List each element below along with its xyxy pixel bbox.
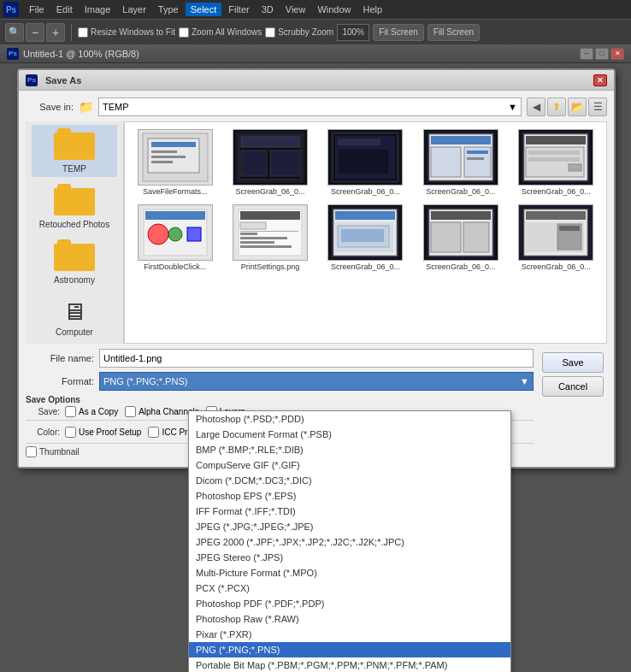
view-options-button[interactable]: ☰ (588, 97, 607, 116)
format-option-psd[interactable]: Photoshop (*.PSD;*.PDD) (189, 411, 510, 427)
format-option-png[interactable]: PNG (*.PNG;*.PNS) (189, 642, 510, 657)
svg-rect-53 (431, 211, 491, 220)
format-option-psb[interactable]: Large Document Format (*.PSB) (189, 427, 510, 442)
thumbnail-checkbox[interactable] (26, 446, 37, 457)
up-button[interactable]: ⬆ (547, 97, 566, 116)
zoom-tool-icon[interactable]: 🔍 (5, 23, 24, 42)
resize-windows-label[interactable]: Resize Windows to Fit (78, 27, 175, 38)
list-item[interactable]: ScreenGrab_06_0... (223, 126, 316, 199)
save-in-path: TEMP (103, 102, 129, 112)
sidebar-item-computer[interactable]: 🖥 Computer (32, 292, 117, 340)
thumb-svg (522, 132, 590, 183)
format-dropdown-arrow: ▼ (520, 376, 529, 386)
maximize-button[interactable]: □ (595, 48, 609, 60)
list-item[interactable]: ScreenGrab_06_0... (414, 201, 507, 274)
list-item[interactable]: ScreenGrab_06_0... (319, 201, 412, 274)
retouched-folder-icon (54, 184, 95, 218)
list-item[interactable]: ScreenGrab_06_0... (319, 126, 412, 199)
svg-rect-29 (569, 164, 581, 171)
format-option-mpo[interactable]: Multi-Picture Format (*.MPO) (189, 565, 510, 581)
sidebar-item-retouched[interactable]: Retouched Photos (32, 180, 117, 233)
menu-file[interactable]: File (24, 3, 50, 16)
list-item[interactable]: FirstDoubleClick... (128, 201, 221, 274)
thumb-svg (522, 207, 590, 258)
folder-icon: 📁 (79, 100, 93, 114)
list-item[interactable]: PrintSettings.png (223, 201, 316, 274)
file-name: PrintSettings.png (241, 262, 300, 271)
fill-screen-button[interactable]: Fill Screen (428, 24, 480, 41)
as-copy-checkbox-label[interactable]: As a Copy (65, 406, 118, 417)
file-name: ScreenGrab_06_0... (426, 187, 495, 196)
proof-setup-label[interactable]: Use Proof Setup (65, 423, 141, 440)
format-option-bmp[interactable]: BMP (*.BMP;*.RLE;*.DIB) (189, 442, 510, 457)
minimize-button[interactable]: ─ (580, 48, 593, 60)
proof-setup-checkbox[interactable] (65, 427, 76, 438)
svg-rect-28 (528, 157, 580, 162)
menu-help[interactable]: Help (358, 3, 388, 16)
filename-input[interactable] (99, 349, 534, 368)
filename-row: File name: (26, 349, 534, 368)
zoom-out-icon[interactable]: − (26, 23, 44, 42)
svg-rect-47 (335, 211, 395, 220)
zoom-in-icon[interactable]: + (46, 23, 65, 42)
thumb-svg (236, 207, 304, 258)
ps-window-title-bar: Ps Untitled-1 @ 100% (RGB/8) ─ □ ✕ (0, 44, 631, 63)
menu-select[interactable]: Select (186, 3, 222, 16)
svg-rect-40 (240, 231, 298, 232)
close-button[interactable]: ✕ (610, 48, 624, 60)
format-dropdown[interactable]: PNG (*.PNG;*.PNS) ▼ (99, 372, 534, 391)
back-button[interactable]: ◀ (527, 97, 545, 116)
zoom-all-checkbox[interactable] (179, 27, 189, 38)
format-option-eps[interactable]: Photoshop EPS (*.EPS) (189, 488, 510, 504)
menu-edit[interactable]: Edit (51, 3, 78, 16)
format-option-pdf[interactable]: Photoshop PDF (*.PDF;*.PDP) (189, 596, 510, 611)
save-in-dropdown[interactable]: TEMP ▼ (98, 97, 522, 116)
scrubby-zoom-label[interactable]: Scrubby Zoom (265, 27, 333, 38)
format-option-gif[interactable]: CompuServe GIF (*.GIF) (189, 457, 510, 473)
icc-profile-checkbox[interactable] (148, 427, 159, 438)
fit-screen-button[interactable]: Fit Screen (373, 24, 424, 41)
file-thumbnail (138, 129, 213, 186)
menu-layer[interactable]: Layer (117, 3, 151, 16)
format-option-pbm[interactable]: Portable Bit Map (*.PBM;*.PGM;*.PPM;*.PN… (189, 657, 510, 672)
format-option-pcx[interactable]: PCX (*.PCX) (189, 581, 510, 596)
list-item[interactable]: SaveFileFormats... (128, 126, 221, 199)
menu-view[interactable]: View (280, 3, 311, 16)
file-grid-container[interactable]: SaveFileFormats... (124, 121, 607, 344)
cancel-button[interactable]: Cancel (542, 376, 604, 397)
format-option-jpeg2000[interactable]: JPEG 2000 (*.JPF;*.JPX;*.JP2;*.J2C;*.J2K… (189, 534, 510, 550)
list-item[interactable]: ScreenGrab_06_0... (510, 201, 603, 274)
svg-rect-10 (270, 150, 299, 176)
scrubby-zoom-checkbox[interactable] (265, 27, 275, 38)
list-item[interactable]: ScreenGrab_06_0... (414, 126, 507, 199)
format-option-dicom[interactable]: Dicom (*.DCM;*.DC3;*.DIC) (189, 473, 510, 488)
menu-type[interactable]: Type (153, 3, 184, 16)
zoom-all-label[interactable]: Zoom All Windows (179, 27, 262, 38)
file-name: FirstDoubleClick... (144, 262, 206, 271)
save-button[interactable]: Save (542, 352, 604, 373)
alpha-channels-checkbox[interactable] (125, 406, 136, 417)
list-item[interactable]: ScreenGrab_06_0... (510, 126, 603, 199)
svg-rect-35 (187, 227, 201, 241)
new-folder-button[interactable]: 📂 (568, 97, 587, 116)
thumbnail-checkbox-label[interactable]: Thumbnail (26, 446, 80, 457)
format-option-jpeg[interactable]: JPEG (*.JPG;*.JPEG;*.JPE) (189, 519, 510, 534)
svg-rect-15 (338, 149, 389, 174)
save-options-title: Save Options (26, 395, 534, 404)
sidebar-item-astronomy[interactable]: Astronomy (32, 236, 117, 288)
svg-rect-2 (151, 142, 196, 147)
menu-image[interactable]: Image (80, 3, 116, 16)
menu-3d[interactable]: 3D (257, 3, 279, 16)
dialog-close-button[interactable]: ✕ (593, 74, 607, 86)
format-option-jps[interactable]: JPEG Stereo (*.JPS) (189, 550, 510, 565)
format-option-raw[interactable]: Photoshop Raw (*.RAW) (189, 611, 510, 627)
zoom-percent-input[interactable] (337, 24, 369, 41)
menu-window[interactable]: Window (312, 3, 356, 16)
sidebar-item-temp[interactable]: TEMP (32, 125, 117, 177)
menu-filter[interactable]: Filter (223, 3, 254, 16)
format-option-pixar[interactable]: Pixar (*.PXR) (189, 627, 510, 642)
resize-windows-checkbox[interactable] (78, 27, 88, 38)
format-option-iff[interactable]: IFF Format (*.IFF;*.TDI) (189, 504, 510, 519)
thumb-svg (427, 207, 495, 258)
as-copy-checkbox[interactable] (65, 406, 76, 417)
